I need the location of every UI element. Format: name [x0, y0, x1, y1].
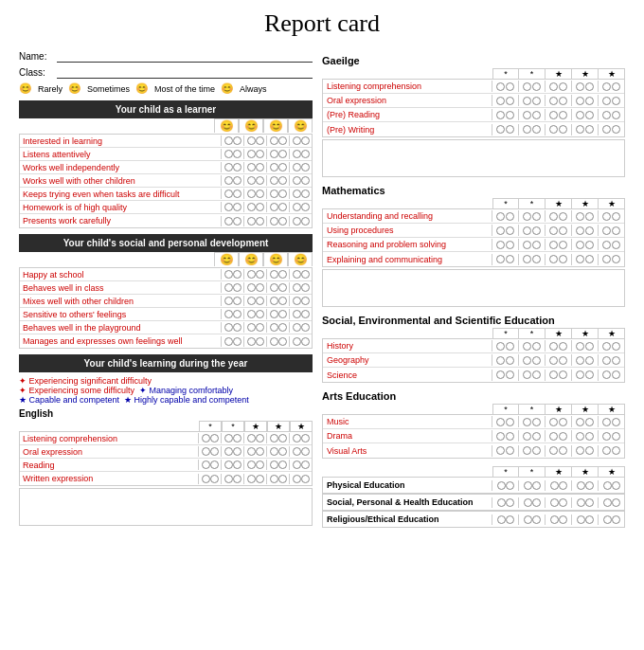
arts-section: Arts Education * * ★ ★ ★ Music — [322, 390, 625, 459]
phys-row-1: Physical Education — [322, 477, 625, 494]
phys-section: * * ★ ★ ★ Physical Education Social, Per… — [322, 466, 625, 528]
year-legend-2: ✦ Experiencing some difficulty ✦ Managin… — [19, 386, 313, 395]
gaeilge-row-2: Oral expression — [323, 94, 624, 108]
class-label: Class: — [19, 67, 57, 78]
year-legend: ✦ Experiencing significant difficulty ✦ … — [19, 376, 313, 405]
sese-row-1: History — [323, 339, 624, 353]
maths-comments — [322, 269, 625, 307]
gaeilge-row-4: (Pre) Writing — [323, 122, 624, 136]
social-row-5: Behaves well in the playground — [20, 321, 312, 334]
social-row-4: Sensitive to others' feelings — [20, 308, 312, 321]
maths-row-1: Understanding and recalling — [323, 209, 624, 224]
english-col-headers: * * ★ ★ ★ — [19, 421, 313, 431]
maths-section: Mathematics * * ★ ★ ★ Understanding and … — [322, 185, 625, 307]
learner-col-2: 😊 — [239, 118, 263, 133]
maths-table: Understanding and recalling Using proced… — [322, 208, 625, 267]
english-row-4: Written expression — [20, 472, 312, 485]
smiley-always-icon: 😊 — [221, 82, 234, 95]
learner-col-4: 😊 — [288, 118, 313, 133]
learner-col-3: 😊 — [263, 118, 288, 133]
english-row-2: Oral expression — [20, 445, 312, 459]
social-row-3: Mixes well with other children — [20, 295, 312, 308]
arts-row-2: Drama — [323, 429, 624, 443]
name-field-row: Name: — [19, 49, 313, 63]
year-section-header: Your child's learning during the year — [19, 354, 313, 372]
gaeilge-row-1: Listening comprehension — [323, 80, 624, 94]
learner-col-headers: 😊 😊 😊 😊 — [19, 118, 313, 133]
learner-row-6: Homework is of high quality — [20, 201, 312, 214]
name-label: Name: — [19, 51, 57, 62]
gaeilge-row-3: (Pre) Reading — [323, 108, 624, 122]
learner-row-1: Interested in learning — [20, 135, 312, 148]
arts-table: Music Drama Visual Arts — [322, 414, 625, 459]
class-field-row: Class: — [19, 65, 313, 79]
english-comments — [19, 488, 313, 526]
learner-row-7: Presents work carefully — [20, 214, 312, 227]
sometimes-label: Sometimes — [87, 84, 130, 94]
social-section-header: Your child's social and personal develop… — [19, 234, 313, 252]
sese-title: Social, Environmental and Scientific Edu… — [322, 315, 625, 326]
rarely-label: Rarely — [38, 84, 63, 94]
learner-col-1: 😊 — [214, 118, 239, 133]
learner-row-5: Keeps trying even when tasks are difficu… — [20, 188, 312, 201]
left-column: Name: Class: 😊 Rarely 😊 Sometimes 😊 Most… — [19, 49, 313, 528]
gaeilge-table: Listening comprehension Oral expression — [322, 79, 625, 137]
learner-row-4: Works well with other children — [20, 174, 312, 188]
smiley-rarely-icon: 😊 — [19, 82, 32, 95]
maths-row-3: Reasoning and problem solving — [323, 238, 624, 252]
english-table: Listening comprehension Oral expression … — [19, 431, 313, 486]
learner-section-header: Your child as a learner — [19, 100, 313, 118]
gaeilge-col-headers: * * ★ ★ ★ — [322, 68, 625, 79]
english-row-1: Listening comprehension — [20, 432, 312, 445]
legend: 😊 Rarely 😊 Sometimes 😊 Most of the time … — [19, 82, 313, 95]
maths-row-4: Explaining and communicating — [323, 252, 624, 266]
most-label: Most of the time — [154, 84, 215, 94]
year-legend-1: ✦ Experiencing significant difficulty — [19, 376, 313, 386]
social-row-2: Behaves well in class — [20, 281, 312, 295]
sese-row-3: Science — [323, 368, 624, 382]
learner-row-2: Listens attentively — [20, 148, 312, 161]
gaeilge-comments — [322, 139, 625, 177]
learner-row-3: Works well independently — [20, 161, 312, 174]
sese-row-2: Geography — [323, 353, 624, 368]
name-input[interactable] — [57, 49, 313, 63]
maths-title: Mathematics — [322, 185, 625, 196]
right-column: Gaeilge * * ★ ★ ★ Listening comprehensio… — [322, 49, 625, 528]
maths-row-2: Using procedures — [323, 224, 624, 238]
arts-title: Arts Education — [322, 390, 625, 402]
social-table: Happy at school Behaves well in class Mi… — [19, 267, 313, 349]
gaeilge-title: Gaeilge — [322, 55, 625, 66]
year-legend-3: ★ Capable and competent ★ Highly capable… — [19, 395, 313, 405]
sese-section: Social, Environmental and Scientific Edu… — [322, 315, 625, 383]
gaeilge-section: Gaeilge * * ★ ★ ★ Listening comprehensio… — [322, 55, 625, 177]
phys-row-3: Religious/Ethical Education — [322, 511, 625, 528]
english-title: English — [19, 408, 313, 419]
sese-table: History Geography Science — [322, 338, 625, 383]
social-col-headers: 😊 😊 😊 😊 — [19, 252, 313, 266]
phys-row-2: Social, Personal & Health Education — [322, 494, 625, 511]
social-row-6: Manages and expresses own feelings well — [20, 334, 312, 348]
arts-row-3: Visual Arts — [323, 443, 624, 458]
page-title: Report card — [19, 9, 625, 38]
social-row-1: Happy at school — [20, 268, 312, 281]
smiley-sometimes-icon: 😊 — [68, 82, 81, 95]
smiley-most-icon: 😊 — [135, 82, 149, 95]
english-row-3: Reading — [20, 459, 312, 472]
arts-row-1: Music — [323, 415, 624, 429]
class-input[interactable] — [57, 65, 313, 79]
learner-table: Interested in learning Listens attentive… — [19, 134, 313, 228]
always-label: Always — [240, 84, 267, 94]
